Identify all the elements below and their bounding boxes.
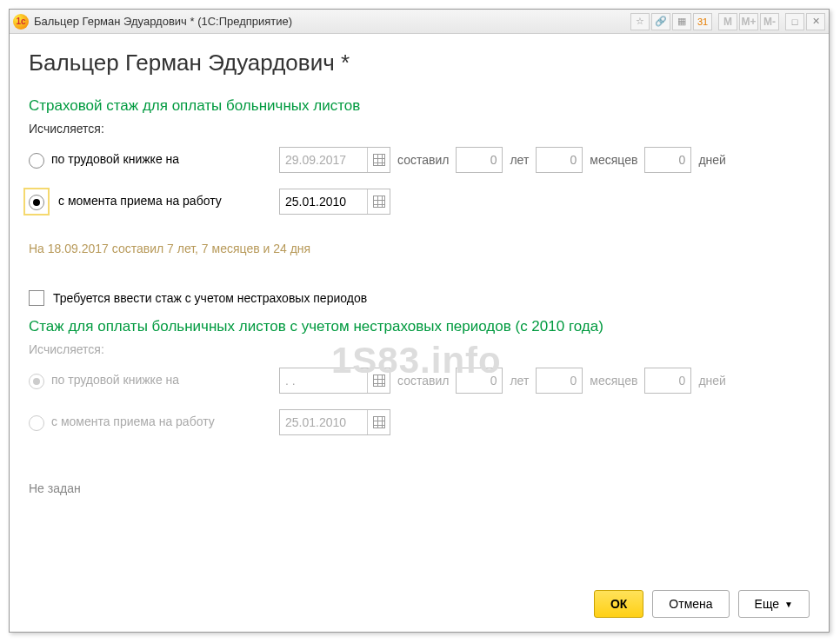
memory-mplus-button[interactable]: M+ [739, 13, 758, 30]
window-title: Бальцер Герман Эдуардович * (1С:Предприя… [34, 15, 630, 28]
years-input[interactable]: 0 [456, 147, 503, 173]
radio2-from-hire-label: с момента приема на работу [51, 414, 215, 429]
section2-not-set: Не задан [29, 481, 810, 495]
more-button[interactable]: Еще▼ [738, 590, 810, 618]
radio2-from-hire [29, 415, 44, 431]
radio-from-hire[interactable] [29, 195, 44, 210]
section2-option1-row: по трудовой книжке на . . составил 0 лет… [29, 365, 810, 396]
calendar-icon[interactable]: 31 [693, 13, 712, 30]
days-unit: дней [698, 153, 726, 167]
section1-option1-row: по трудовой книжке на 29.09.2017 состави… [29, 144, 810, 176]
cancel-button[interactable]: Отмена [652, 590, 729, 618]
ok-button[interactable]: ОК [594, 590, 643, 618]
memory-mminus-button[interactable]: M- [760, 13, 779, 30]
app-window: 1c Бальцер Герман Эдуардович * (1С:Предп… [9, 9, 830, 633]
favorite-icon[interactable]: ☆ [630, 13, 650, 30]
composed2-label: составил [397, 374, 449, 388]
section1-option2-row: с момента приема на работу 25.01.2010 [29, 186, 810, 217]
date-picker-icon [367, 368, 390, 393]
radio-by-workbook-label: по трудовой книжке на [51, 151, 179, 167]
date-picker-icon[interactable] [367, 189, 390, 214]
years2-input: 0 [456, 368, 503, 394]
workbook-date-input[interactable]: 29.09.2017 [279, 147, 390, 173]
workbook2-date-input: . . [279, 368, 390, 394]
footer-buttons: ОК Отмена Еще▼ [594, 590, 810, 618]
days2-input: 0 [644, 368, 691, 394]
hire2-date-input: 25.01.2010 [279, 409, 390, 435]
section2-calc-label: Исчисляется: [29, 342, 810, 356]
days2-unit: дней [698, 374, 726, 388]
months-input[interactable]: 0 [536, 147, 583, 173]
months2-input: 0 [536, 368, 583, 394]
section2-option2-row: с момента приема на работу 25.01.2010 [29, 407, 810, 438]
radio-by-workbook[interactable] [29, 153, 44, 169]
titlebar-controls: ☆ 🔗 ▦ 31 M M+ M- □ ✕ [630, 13, 825, 30]
months-unit: месяцев [590, 153, 637, 167]
app-icon: 1c [13, 14, 29, 30]
memory-m-button[interactable]: M [718, 13, 737, 30]
maximize-button[interactable]: □ [785, 13, 804, 30]
radio2-by-workbook [29, 374, 44, 389]
section1-heading: Страховой стаж для оплаты больничных лис… [29, 97, 810, 115]
days-input[interactable]: 0 [644, 147, 691, 173]
months2-unit: месяцев [590, 374, 637, 388]
section1-summary: На 18.09.2017 составил 7 лет, 7 месяцев … [29, 242, 810, 255]
noninsurance-checkbox[interactable] [29, 290, 44, 306]
years2-unit: лет [510, 374, 529, 388]
close-button[interactable]: ✕ [806, 13, 825, 30]
section2-heading: Стаж для оплаты больничных листов с учет… [29, 318, 810, 335]
composed-label: составил [397, 153, 449, 167]
content-area: Бальцер Герман Эдуардович * Страховой ст… [10, 34, 829, 632]
noninsurance-checkbox-row: Требуется ввести стаж с учетом нестрахов… [29, 290, 810, 306]
link-icon[interactable]: 🔗 [651, 13, 670, 30]
date-picker-icon [367, 410, 390, 434]
titlebar: 1c Бальцер Герман Эдуардович * (1С:Предп… [10, 10, 829, 34]
date-picker-icon[interactable] [367, 148, 390, 172]
radio2-by-workbook-label: по трудовой книжке на [51, 372, 179, 388]
years-unit: лет [510, 153, 529, 167]
section1-calc-label: Исчисляется: [29, 122, 810, 136]
calculator-icon[interactable]: ▦ [672, 13, 691, 30]
hire-date-input[interactable]: 25.01.2010 [279, 189, 390, 215]
noninsurance-checkbox-label: Требуется ввести стаж с учетом нестрахов… [53, 291, 367, 305]
page-title: Бальцер Герман Эдуардович * [29, 50, 810, 76]
chevron-down-icon: ▼ [784, 600, 793, 609]
radio-from-hire-label: с момента приема на работу [58, 193, 222, 209]
